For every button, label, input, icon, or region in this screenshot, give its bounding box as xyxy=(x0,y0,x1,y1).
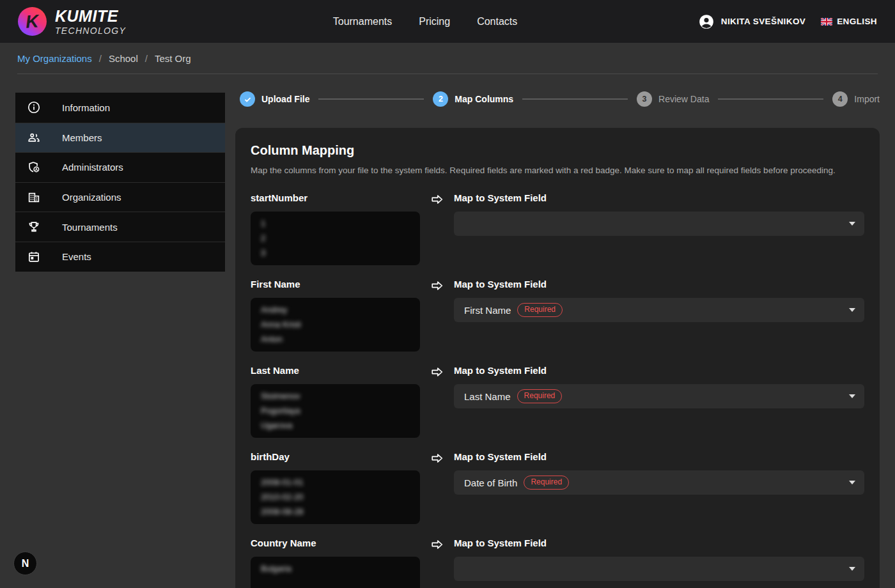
arrow-right-icon xyxy=(420,451,454,524)
sidebar-item-events[interactable]: Events xyxy=(15,242,225,272)
source-column: startNumber123 xyxy=(251,192,420,265)
uk-flag-icon xyxy=(821,18,832,26)
source-column: Country NameBulgariaBulgaria xyxy=(251,538,420,588)
breadcrumb-separator: / xyxy=(145,53,148,64)
breadcrumb-link[interactable]: My Organizations xyxy=(17,53,92,64)
sidebar-item-administrators[interactable]: Administrators xyxy=(15,152,225,182)
step-import[interactable]: 4Import xyxy=(832,91,880,107)
selected-field-value: Date of Birth xyxy=(464,477,517,488)
sidebar-item-organizations[interactable]: Organizations xyxy=(15,182,225,212)
chevron-down-icon xyxy=(849,394,855,398)
step-label: Import xyxy=(854,94,880,104)
arrow-right-icon xyxy=(420,538,454,588)
sample-values-box: BulgariaBulgaria xyxy=(251,557,420,588)
stepper-connector xyxy=(718,98,823,100)
step-upload-file[interactable]: Upload File xyxy=(240,91,309,107)
step-review-data[interactable]: 3Review Data xyxy=(637,91,709,107)
system-field-select[interactable]: Last NameRequired xyxy=(454,384,864,408)
language-selector[interactable]: ENGLISH xyxy=(821,17,877,26)
system-field-select[interactable] xyxy=(454,212,864,236)
map-to-system-field-label: Map to System Field xyxy=(454,365,864,376)
sidebar-item-label: Members xyxy=(62,132,102,143)
sidebar-item-label: Events xyxy=(62,251,91,262)
sample-value-blurred: Stoimenov xyxy=(261,391,300,402)
step-number-text: 3 xyxy=(642,95,647,104)
required-badge: Required xyxy=(517,389,563,403)
top-navbar: K KUMITE TECHNOLOGY TournamentsPricingCo… xyxy=(0,0,895,43)
required-badge: Required xyxy=(524,476,569,489)
map-to-system-field-label: Map to System Field xyxy=(454,192,864,204)
source-column-name: Last Name xyxy=(251,365,420,376)
step-label: Upload File xyxy=(261,94,309,104)
system-field-select[interactable]: Date of BirthRequired xyxy=(454,470,864,495)
map-to-system-field-label: Map to System Field xyxy=(454,538,864,549)
source-column-name: Country Name xyxy=(251,538,420,549)
main-nav: TournamentsPricingContacts xyxy=(333,16,518,27)
arrow-right-icon xyxy=(420,192,454,265)
language-label: ENGLISH xyxy=(837,17,877,26)
source-column: Last NameStoimenovPogorilayaUgarova xyxy=(251,365,420,438)
system-field-select[interactable]: First NameRequired xyxy=(454,298,864,322)
page-description: Map the columns from your file to the sy… xyxy=(251,166,864,175)
members-icon xyxy=(27,130,41,144)
step-number-text: 4 xyxy=(838,95,843,104)
sidebar-item-label: Tournaments xyxy=(62,222,118,233)
sample-value-blurred: Anna Kristi xyxy=(261,319,301,330)
sample-value-blurred: Ugarova xyxy=(261,420,292,431)
sidebar-item-members[interactable]: Members xyxy=(15,123,225,153)
events-icon xyxy=(27,250,41,264)
chevron-down-icon xyxy=(849,567,855,571)
mapping-row: First NameAndreyAnna KristiAntonMap to S… xyxy=(251,279,864,352)
arrow-right-icon xyxy=(420,365,454,438)
breadcrumb-separator: / xyxy=(99,53,102,64)
nav-link-contacts[interactable]: Contacts xyxy=(477,16,517,27)
breadcrumb-divider xyxy=(17,74,878,74)
user-name[interactable]: NIKITA SVEŠNIKOV xyxy=(721,17,805,26)
target-field: Map to System Field xyxy=(454,192,864,265)
map-to-system-field-label: Map to System Field xyxy=(454,451,864,463)
step-label: Review Data xyxy=(658,94,709,104)
arrow-right-icon xyxy=(420,279,454,352)
chevron-down-icon xyxy=(849,481,855,484)
mapping-row: birthDay2008-01-012010-02-202008-08-28Ma… xyxy=(251,451,864,524)
sample-value-blurred: Andrey xyxy=(261,304,287,316)
step-map-columns[interactable]: 2Map Columns xyxy=(433,91,513,107)
sidebar-item-tournaments[interactable]: Tournaments xyxy=(15,212,225,242)
required-badge: Required xyxy=(517,303,563,316)
step-number-text: 2 xyxy=(439,95,443,104)
source-column: First NameAndreyAnna KristiAnton xyxy=(251,279,420,352)
kumite-logo-icon: K xyxy=(18,7,47,36)
mapping-rows: startNumber123Map to System FieldFirst N… xyxy=(251,192,864,588)
selected-field-value: First Name xyxy=(464,305,511,316)
stepper-connector xyxy=(318,98,424,100)
nextjs-dev-badge[interactable]: N xyxy=(13,552,37,575)
sample-value-blurred: Anton xyxy=(261,334,283,345)
sidebar-item-label: Administrators xyxy=(62,162,123,173)
sample-value-blurred: 2 xyxy=(261,233,265,244)
sample-value-blurred: 1 xyxy=(261,218,265,229)
sample-value-blurred: 3 xyxy=(261,247,265,259)
selected-field-value: Last Name xyxy=(464,391,511,402)
step-check-icon xyxy=(240,91,255,107)
mapping-row: Country NameBulgariaBulgariaMap to Syste… xyxy=(251,538,864,588)
stepper: Upload File2Map Columns3Review Data4Impo… xyxy=(240,91,880,107)
avatar-icon[interactable] xyxy=(698,13,715,30)
sample-value-blurred: Bulgaria xyxy=(261,563,292,575)
nav-link-tournaments[interactable]: Tournaments xyxy=(333,16,393,27)
step-number: 2 xyxy=(433,91,448,107)
brand-logo[interactable]: K KUMITE TECHNOLOGY xyxy=(18,7,126,36)
system-field-select[interactable] xyxy=(454,557,864,581)
brand-subtitle: TECHNOLOGY xyxy=(55,26,126,35)
nav-link-pricing[interactable]: Pricing xyxy=(419,16,450,27)
sidebar-item-information[interactable]: Information xyxy=(15,93,225,123)
brand-name: KUMITE xyxy=(55,8,126,24)
sidebar-item-label: Organizations xyxy=(62,192,121,203)
step-number: 3 xyxy=(637,91,652,107)
breadcrumb-item: Test Org xyxy=(155,53,191,64)
chevron-down-icon xyxy=(849,308,855,312)
sample-value-blurred: 2010-02-20 xyxy=(261,491,304,503)
page-title: Column Mapping xyxy=(251,143,864,158)
sample-values-box: StoimenovPogorilayaUgarova xyxy=(251,384,420,438)
source-column-name: birthDay xyxy=(251,451,420,463)
administrators-icon xyxy=(27,160,41,174)
